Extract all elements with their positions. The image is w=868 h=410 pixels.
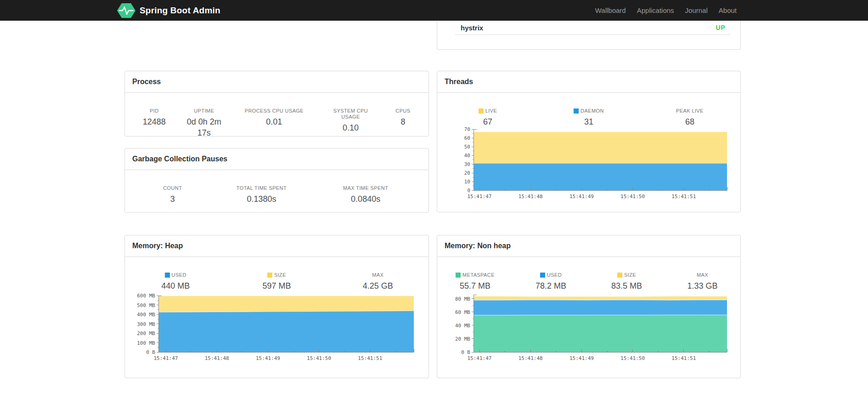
panel-heading: Process xyxy=(125,71,428,93)
gc-pauses-panel: Garbage Collection Pauses COUNT 3 TOTAL … xyxy=(124,148,429,213)
svg-text:400 MB: 400 MB xyxy=(137,312,155,318)
memory-nonheap-panel: Memory: Non heap METASPACE 55.7 MB USED … xyxy=(437,235,741,378)
svg-text:60 MB: 60 MB xyxy=(455,309,470,315)
svg-text:20: 20 xyxy=(464,170,470,176)
stat-nonheap-size: SIZE 83.5 MB xyxy=(589,271,665,291)
panel-heading: Memory: Heap xyxy=(125,235,428,257)
live-legend-swatch xyxy=(479,108,484,114)
svg-text:15:41:49: 15:41:49 xyxy=(569,194,594,199)
svg-text:500 MB: 500 MB xyxy=(137,302,155,308)
svg-text:0 B: 0 B xyxy=(146,349,155,355)
stat-gc-total-time: TOTAL TIME SPENT 0.1380s xyxy=(220,184,303,205)
svg-text:15:41:50: 15:41:50 xyxy=(307,355,331,361)
svg-text:40 MB: 40 MB xyxy=(455,323,470,329)
svg-text:20 MB: 20 MB xyxy=(455,336,470,342)
stat-system-cpu-usage: SYSTEM CPU USAGE 0.10 xyxy=(324,107,378,138)
panel-title: Memory: Non heap xyxy=(445,242,511,250)
memory-heap-panel: Memory: Heap USED 440 MB SIZE 597 MB MAX… xyxy=(124,235,429,378)
nav-item-about[interactable]: About xyxy=(713,6,742,14)
process-panel: Process PID 12488 UPTIME 0d 0h 2m 17s PR… xyxy=(124,71,429,137)
size-legend-swatch xyxy=(617,273,622,278)
size-legend-swatch xyxy=(267,273,272,278)
panel-title: Memory: Heap xyxy=(132,242,183,250)
health-indicator-name: hystrix xyxy=(461,24,483,32)
nav-links: Wallboard Applications Journal About xyxy=(590,0,742,21)
svg-text:15:41:50: 15:41:50 xyxy=(620,194,645,199)
panel-heading: Memory: Non heap xyxy=(437,235,740,257)
svg-text:100 MB: 100 MB xyxy=(137,340,155,346)
svg-text:15:41:47: 15:41:47 xyxy=(154,355,178,361)
svg-text:15:41:48: 15:41:48 xyxy=(519,355,543,361)
nav-item-applications[interactable]: Applications xyxy=(631,6,680,14)
svg-text:15:41:49: 15:41:49 xyxy=(256,355,280,361)
nav-item-journal[interactable]: Journal xyxy=(680,6,713,14)
top-navbar: Spring Boot Admin Wallboard Applications… xyxy=(0,0,868,21)
stat-nonheap-used: USED 78.2 MB xyxy=(513,271,589,291)
used-legend-swatch xyxy=(165,273,170,278)
svg-text:15:41:51: 15:41:51 xyxy=(358,355,382,361)
memory-heap-chart: 0 B100 MB200 MB300 MB400 MB500 MB600 MB1… xyxy=(125,290,429,378)
svg-text:600 MB: 600 MB xyxy=(137,293,155,299)
svg-text:15:41:48: 15:41:48 xyxy=(519,194,543,199)
svg-text:50: 50 xyxy=(464,144,470,150)
stat-gc-max-time: MAX TIME SPENT 0.0840s xyxy=(303,184,428,205)
panel-title: Garbage Collection Pauses xyxy=(132,155,227,163)
svg-text:15:41:49: 15:41:49 xyxy=(569,355,594,361)
brand-title: Spring Boot Admin xyxy=(140,6,220,16)
brand[interactable]: Spring Boot Admin xyxy=(117,0,220,21)
panel-title: Threads xyxy=(445,78,473,86)
stat-heap-size: SIZE 597 MB xyxy=(226,271,327,291)
svg-text:10: 10 xyxy=(464,179,470,185)
svg-text:15:41:51: 15:41:51 xyxy=(671,194,696,199)
stat-gc-count: COUNT 3 xyxy=(125,184,220,205)
svg-text:30: 30 xyxy=(464,161,470,167)
stat-heap-max: MAX 4.25 GB xyxy=(327,271,428,291)
daemon-legend-swatch xyxy=(574,108,579,114)
stat-process-cpu-usage: PROCESS CPU USAGE 0.01 xyxy=(225,107,324,138)
svg-text:15:41:47: 15:41:47 xyxy=(468,194,492,199)
heap-stats: USED 440 MB SIZE 597 MB MAX 4.25 GB xyxy=(125,271,428,291)
memory-nonheap-chart: 0 B20 MB40 MB60 MB80 MB15:41:4715:41:481… xyxy=(437,290,741,378)
metaspace-legend-swatch xyxy=(456,273,461,278)
health-row-hystrix[interactable]: hystrix UP xyxy=(455,21,731,35)
stat-nonheap-max: MAX 1.33 GB xyxy=(665,271,740,291)
nav-item-wallboard[interactable]: Wallboard xyxy=(590,6,631,14)
stat-nonheap-metaspace: METASPACE 55.7 MB xyxy=(437,271,513,291)
status-badge: UP xyxy=(716,24,725,31)
svg-text:70: 70 xyxy=(464,126,470,132)
process-stats: PID 12488 UPTIME 0d 0h 2m 17s PROCESS CP… xyxy=(125,107,428,138)
svg-text:300 MB: 300 MB xyxy=(137,321,155,327)
panel-title: Process xyxy=(132,78,161,86)
svg-text:15:41:50: 15:41:50 xyxy=(620,355,645,361)
stat-pid: PID 12488 xyxy=(125,107,184,138)
threads-chart: 01020304050607015:41:4715:41:4815:41:491… xyxy=(437,120,741,214)
svg-text:15:41:47: 15:41:47 xyxy=(468,355,492,361)
svg-text:15:41:48: 15:41:48 xyxy=(205,355,229,361)
spring-boot-admin-logo-icon xyxy=(117,3,135,18)
svg-text:80 MB: 80 MB xyxy=(455,296,470,302)
svg-text:15:41:51: 15:41:51 xyxy=(671,355,696,361)
panel-heading: Garbage Collection Pauses xyxy=(125,148,428,170)
svg-text:200 MB: 200 MB xyxy=(137,330,155,336)
used-legend-swatch xyxy=(540,273,545,278)
panel-heading: Threads xyxy=(437,71,740,93)
nonheap-stats: METASPACE 55.7 MB USED 78.2 MB SIZE 83.5… xyxy=(437,271,740,291)
health-panel: hystrix UP xyxy=(437,21,741,50)
svg-text:40: 40 xyxy=(464,153,470,159)
svg-text:60: 60 xyxy=(464,135,470,141)
threads-panel: Threads LIVE 67 DAEMON 31 PEAK LIVE 68 0… xyxy=(437,71,741,212)
gc-stats: COUNT 3 TOTAL TIME SPENT 0.1380s MAX TIM… xyxy=(125,184,428,205)
stat-heap-used: USED 440 MB xyxy=(125,271,226,291)
svg-text:0 B: 0 B xyxy=(461,349,470,355)
stat-uptime: UPTIME 0d 0h 2m 17s xyxy=(184,107,225,138)
svg-text:0: 0 xyxy=(467,188,470,194)
stat-cpus: CPUS 8 xyxy=(378,107,428,138)
